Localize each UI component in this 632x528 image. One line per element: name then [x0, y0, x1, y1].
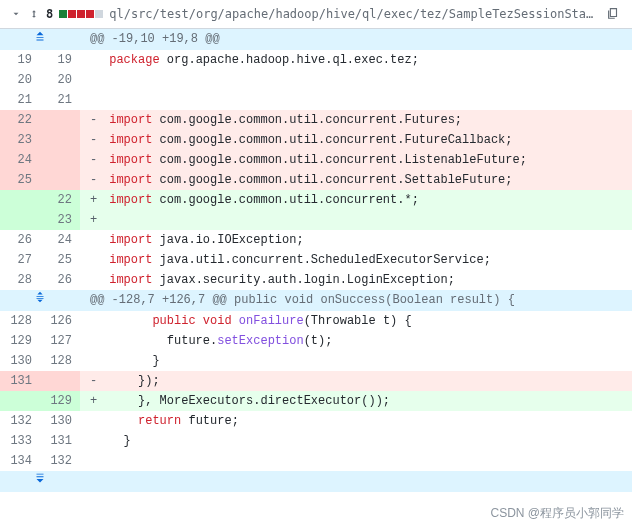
new-line-number[interactable]: 24: [40, 230, 80, 250]
old-line-number[interactable]: 24: [0, 150, 40, 170]
chevron-down-icon[interactable]: [10, 8, 22, 20]
new-line-number[interactable]: 126: [40, 311, 80, 331]
old-line-number[interactable]: 28: [0, 270, 40, 290]
diff-line: 1919 package org.apache.hadoop.hive.ql.e…: [0, 50, 632, 70]
diff-line: 22+ import com.google.common.util.concur…: [0, 190, 632, 210]
new-line-number[interactable]: 127: [40, 331, 80, 351]
code-cell: future.setException(t);: [80, 331, 632, 351]
copy-icon[interactable]: [606, 6, 622, 22]
old-line-number[interactable]: [0, 210, 40, 230]
expand-icon[interactable]: [28, 8, 40, 20]
old-line-number[interactable]: 23: [0, 130, 40, 150]
expand-hunk-icon[interactable]: [0, 290, 80, 311]
diff-line: 22- import com.google.common.util.concur…: [0, 110, 632, 130]
diff-line: 2121: [0, 90, 632, 110]
code-cell: import java.util.concurrent.ScheduledExe…: [80, 250, 632, 270]
code-cell: package org.apache.hadoop.hive.ql.exec.t…: [80, 50, 632, 70]
expand-hunk-icon[interactable]: [0, 471, 80, 492]
old-line-number[interactable]: 19: [0, 50, 40, 70]
new-line-number[interactable]: 130: [40, 411, 80, 431]
code-cell: + import com.google.common.util.concurre…: [80, 190, 632, 210]
old-line-number[interactable]: 129: [0, 331, 40, 351]
old-line-number[interactable]: 20: [0, 70, 40, 90]
old-line-number[interactable]: 26: [0, 230, 40, 250]
code-cell: [80, 451, 632, 471]
new-line-number[interactable]: 23: [40, 210, 80, 230]
hunk-header: @@ -19,10 +19,8 @@: [0, 29, 632, 50]
diff-line: 130128 }: [0, 351, 632, 371]
code-cell: }: [80, 351, 632, 371]
old-line-number[interactable]: [0, 190, 40, 210]
diff-square-del: [68, 10, 76, 18]
new-line-number[interactable]: 132: [40, 451, 80, 471]
old-line-number[interactable]: 27: [0, 250, 40, 270]
old-line-number[interactable]: 21: [0, 90, 40, 110]
new-line-number[interactable]: 20: [40, 70, 80, 90]
new-line-number[interactable]: 128: [40, 351, 80, 371]
old-line-number[interactable]: 134: [0, 451, 40, 471]
new-line-number[interactable]: 19: [40, 50, 80, 70]
old-line-number[interactable]: 131: [0, 371, 40, 391]
diff-square-del: [77, 10, 85, 18]
file-header: 8 ql/src/test/org/apache/hadoop/hive/ql/…: [0, 0, 632, 29]
hunk-header: @@ -128,7 +126,7 @@ public void onSucces…: [0, 290, 632, 311]
code-cell: public void onFailure(Throwable t) {: [80, 311, 632, 331]
old-line-number[interactable]: 22: [0, 110, 40, 130]
code-cell: - });: [80, 371, 632, 391]
old-line-number[interactable]: 132: [0, 411, 40, 431]
new-line-number[interactable]: 26: [40, 270, 80, 290]
diff-line: 25- import com.google.common.util.concur…: [0, 170, 632, 190]
diff-line: 2725 import java.util.concurrent.Schedul…: [0, 250, 632, 270]
diff-line: 2020: [0, 70, 632, 90]
code-cell: import javax.security.auth.login.LoginEx…: [80, 270, 632, 290]
file-path[interactable]: ql/src/test/org/apache/hadoop/hive/ql/ex…: [109, 7, 600, 21]
diff-line: 129127 future.setException(t);: [0, 331, 632, 351]
old-line-number[interactable]: 130: [0, 351, 40, 371]
diff-line: 132130 return future;: [0, 411, 632, 431]
code-cell: +: [80, 210, 632, 230]
diff-line: 134132: [0, 451, 632, 471]
new-line-number[interactable]: 131: [40, 431, 80, 451]
code-cell: [80, 90, 632, 110]
new-line-number[interactable]: [40, 110, 80, 130]
code-cell: + }, MoreExecutors.directExecutor());: [80, 391, 632, 411]
code-cell: [80, 70, 632, 90]
new-line-number[interactable]: 22: [40, 190, 80, 210]
diff-line: 2826 import javax.security.auth.login.Lo…: [0, 270, 632, 290]
new-line-number[interactable]: [40, 371, 80, 391]
new-line-number[interactable]: 129: [40, 391, 80, 411]
diff-line: 131- });: [0, 371, 632, 391]
old-line-number[interactable]: 128: [0, 311, 40, 331]
diff-square-del: [86, 10, 94, 18]
new-line-number[interactable]: 25: [40, 250, 80, 270]
diff-line: 23- import com.google.common.util.concur…: [0, 130, 632, 150]
old-line-number[interactable]: 133: [0, 431, 40, 451]
diff-line: 24- import com.google.common.util.concur…: [0, 150, 632, 170]
hunk-header-text: @@ -19,10 +19,8 @@: [80, 29, 632, 50]
diff-line: 129+ }, MoreExecutors.directExecutor());: [0, 391, 632, 411]
new-line-number[interactable]: [40, 150, 80, 170]
code-cell: - import com.google.common.util.concurre…: [80, 170, 632, 190]
hunk-footer-cell: [80, 471, 632, 492]
code-cell: - import com.google.common.util.concurre…: [80, 110, 632, 130]
hunk-footer: [0, 471, 632, 492]
new-line-number[interactable]: [40, 130, 80, 150]
code-cell: - import com.google.common.util.concurre…: [80, 130, 632, 150]
old-line-number[interactable]: [0, 391, 40, 411]
diff-line: 23+: [0, 210, 632, 230]
diff-line: 133131 }: [0, 431, 632, 451]
new-line-number[interactable]: [40, 170, 80, 190]
diff-table: @@ -19,10 +19,8 @@1919 package org.apach…: [0, 29, 632, 492]
diff-square-neutral: [95, 10, 103, 18]
new-line-number[interactable]: 21: [40, 90, 80, 110]
code-cell: return future;: [80, 411, 632, 431]
code-cell: import java.io.IOException;: [80, 230, 632, 250]
old-line-number[interactable]: 25: [0, 170, 40, 190]
expand-hunk-icon[interactable]: [0, 29, 80, 50]
code-cell: }: [80, 431, 632, 451]
diff-line: 2624 import java.io.IOException;: [0, 230, 632, 250]
code-cell: - import com.google.common.util.concurre…: [80, 150, 632, 170]
diff-stat-count: 8: [46, 7, 53, 21]
diff-square-add: [59, 10, 67, 18]
hunk-header-text: @@ -128,7 +126,7 @@ public void onSucces…: [80, 290, 632, 311]
